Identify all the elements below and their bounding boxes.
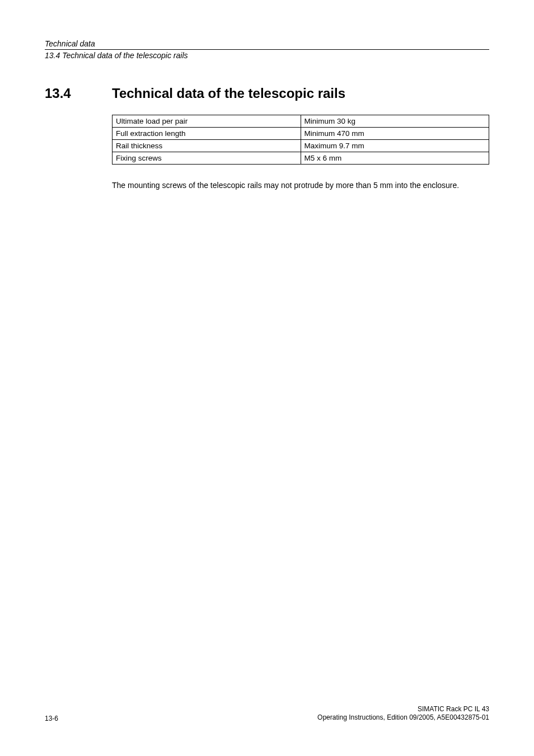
spec-table: Ultimate load per pair Minimum 30 kg Ful… [112,115,489,165]
table-cell-label: Rail thickness [113,140,301,152]
table-cell-label: Full extraction length [113,128,301,140]
footer-doc-info: SIMATIC Rack PC IL 43 Operating Instruct… [317,705,489,722]
heading-number: 13.4 [45,86,112,101]
page-header: Technical data 13.4 Technical data of th… [45,39,489,60]
table-row: Rail thickness Maximum 9.7 mm [113,140,489,152]
table-cell-value: Minimum 470 mm [301,128,489,140]
header-subsection-title: 13.4 Technical data of the telescopic ra… [45,51,489,60]
body-paragraph: The mounting screws of the telescopic ra… [112,180,489,191]
table-cell-label: Ultimate load per pair [113,115,301,128]
table-row: Full extraction length Minimum 470 mm [113,128,489,140]
header-divider [45,49,489,50]
header-section-title: Technical data [45,39,489,48]
table-row: Ultimate load per pair Minimum 30 kg [113,115,489,128]
footer-edition: Operating Instructions, Edition 09/2005,… [317,713,489,722]
content-area: Ultimate load per pair Minimum 30 kg Ful… [112,115,489,191]
heading-title: Technical data of the telescopic rails [112,86,345,101]
footer-page-number: 13-6 [45,715,58,722]
section-heading: 13.4 Technical data of the telescopic ra… [45,86,489,101]
footer-product: SIMATIC Rack PC IL 43 [317,705,489,714]
table-cell-label: Fixing screws [113,152,301,165]
table-cell-value: Minimum 30 kg [301,115,489,128]
page-footer: 13-6 SIMATIC Rack PC IL 43 Operating Ins… [45,705,489,722]
document-page: Technical data 13.4 Technical data of th… [0,0,534,756]
table-cell-value: Maximum 9.7 mm [301,140,489,152]
table-row: Fixing screws M5 x 6 mm [113,152,489,165]
table-cell-value: M5 x 6 mm [301,152,489,165]
